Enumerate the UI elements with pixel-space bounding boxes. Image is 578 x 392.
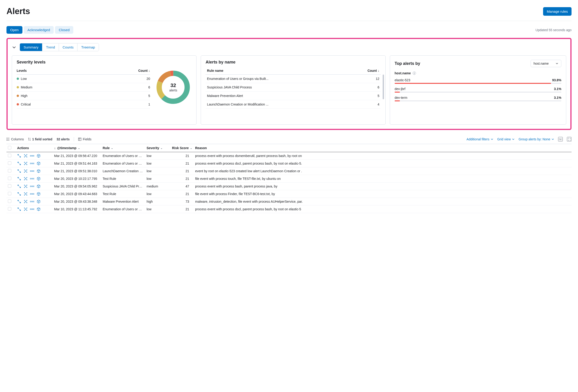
keyboard-icon[interactable] <box>558 137 563 142</box>
analyze-icon[interactable] <box>24 199 28 204</box>
table-row[interactable]: Mar 20, 2023 @ 09:54:05.962 Suspicious J… <box>6 183 572 190</box>
cube-icon[interactable] <box>37 169 41 173</box>
row-checkbox[interactable] <box>8 199 11 203</box>
cell-severity: low <box>145 152 171 160</box>
table-row[interactable]: Mar 21, 2023 @ 09:51:44.163 Enumeration … <box>6 160 572 167</box>
row-checkbox[interactable] <box>8 192 11 195</box>
severity-dot-icon <box>17 103 19 106</box>
top-alert-row[interactable]: dev-jbrf3.1% <box>395 87 561 93</box>
col-timestamp[interactable]: ↓@timestamp⌄ <box>53 144 101 152</box>
top-alerts-field-select[interactable]: host.name <box>530 60 561 67</box>
fullscreen-icon[interactable] <box>567 137 572 142</box>
rule-name-row[interactable]: LaunchDaemon Creation or Modification ..… <box>205 100 381 109</box>
group-by-button[interactable]: Group alerts by: None <box>519 137 554 141</box>
fields-button[interactable]: Fields <box>78 137 91 141</box>
select-all-checkbox[interactable] <box>8 146 11 149</box>
row-checkbox[interactable] <box>8 184 11 188</box>
view-tab-treemap[interactable]: Treemap <box>77 43 98 51</box>
row-checkbox[interactable] <box>8 177 11 180</box>
expand-icon[interactable] <box>17 199 21 204</box>
grid-view-button[interactable]: Grid view <box>497 137 514 141</box>
rule-count-header[interactable]: Count ↓ <box>367 69 379 73</box>
row-actions <box>17 154 51 158</box>
tab-acknowledged[interactable]: Acknowledged <box>24 26 54 34</box>
alert-count: 32 alerts <box>56 137 70 141</box>
tab-open[interactable]: Open <box>6 26 22 34</box>
cell-reason: process event with process dscl, parent … <box>194 160 572 167</box>
scrollbar[interactable] <box>383 75 384 99</box>
analyze-icon[interactable] <box>24 154 28 158</box>
sort-down-icon: ↓ <box>378 69 379 73</box>
rule-name-row[interactable]: Suspicious JAVA Child Process6 <box>205 83 381 92</box>
top-alerts-title: Top alerts by <box>395 61 420 66</box>
cube-icon[interactable] <box>37 154 41 158</box>
cube-icon[interactable] <box>37 184 41 188</box>
analyze-icon[interactable] <box>24 184 28 188</box>
col-actions: Actions <box>16 144 53 152</box>
session-icon[interactable] <box>30 161 34 165</box>
cube-icon[interactable] <box>37 199 41 204</box>
session-icon[interactable] <box>30 169 34 173</box>
cube-icon[interactable] <box>37 161 41 165</box>
cube-icon[interactable] <box>37 207 41 211</box>
row-checkbox[interactable] <box>8 207 11 211</box>
cell-severity: high <box>145 198 171 205</box>
expand-icon[interactable] <box>17 192 21 196</box>
session-icon[interactable] <box>30 154 34 158</box>
cell-rule: LaunchDaemon Creation or... <box>101 167 145 175</box>
analyze-icon[interactable] <box>24 169 28 173</box>
cube-icon[interactable] <box>37 177 41 181</box>
row-checkbox[interactable] <box>8 161 11 165</box>
table-row[interactable]: Mar 20, 2023 @ 10:22:17.795 Test Rule lo… <box>6 175 572 183</box>
session-icon[interactable] <box>30 177 34 181</box>
cube-icon[interactable] <box>37 192 41 196</box>
session-icon[interactable] <box>30 184 34 188</box>
sort-button[interactable]: 1 field sorted <box>28 137 52 141</box>
expand-icon[interactable] <box>17 154 21 158</box>
rule-name-row[interactable]: Malware Prevention Alert5 <box>205 92 381 100</box>
analyze-icon[interactable] <box>24 161 28 165</box>
row-checkbox[interactable] <box>8 154 11 157</box>
additional-filters-button[interactable]: Additional filters <box>467 137 493 141</box>
rule-name-row[interactable]: Enumeration of Users or Groups via Built… <box>205 75 381 83</box>
table-row[interactable]: Mar 20, 2023 @ 09:43:38.348 Malware Prev… <box>6 198 572 205</box>
session-icon[interactable] <box>30 207 34 211</box>
expand-icon[interactable] <box>17 161 21 165</box>
view-tab-summary[interactable]: Summary <box>20 43 42 51</box>
columns-button[interactable]: Columns <box>6 137 24 141</box>
cell-severity: low <box>145 175 171 183</box>
count-header[interactable]: Count ↓ <box>138 69 150 73</box>
col-severity[interactable]: Severity⌄ <box>145 144 171 152</box>
expand-icon[interactable] <box>17 169 21 173</box>
analyze-icon[interactable] <box>24 207 28 211</box>
manage-rules-button[interactable]: Manage rules <box>543 7 572 16</box>
table-row[interactable]: Mar 21, 2023 @ 09:56:47.220 Enumeration … <box>6 152 572 160</box>
info-icon[interactable]: i <box>413 72 416 75</box>
expand-icon[interactable] <box>17 177 21 181</box>
expand-icon[interactable] <box>17 184 21 188</box>
col-risk[interactable]: Risk Score⌄ <box>171 144 194 152</box>
svg-point-7 <box>6 138 7 138</box>
table-row[interactable]: Mar 10, 2023 @ 11:13:45.792 Enumeration … <box>6 205 572 213</box>
expand-icon[interactable] <box>17 207 21 211</box>
severity-dot-icon <box>17 78 19 80</box>
analyze-icon[interactable] <box>24 192 28 196</box>
session-icon[interactable] <box>30 192 34 196</box>
svg-rect-80 <box>32 209 33 210</box>
view-tab-trend[interactable]: Trend <box>42 43 59 51</box>
table-row[interactable]: Mar 20, 2023 @ 09:43:44.683 Test Rule lo… <box>6 190 572 198</box>
svg-rect-63 <box>30 194 31 194</box>
collapse-chevron-icon[interactable] <box>12 45 16 50</box>
top-alert-row[interactable]: elastic-52393.8% <box>395 78 561 84</box>
analyze-icon[interactable] <box>24 177 28 181</box>
tab-closed[interactable]: Closed <box>55 26 73 34</box>
cell-risk: 21 <box>171 167 194 175</box>
table-row[interactable]: Mar 21, 2023 @ 09:51:38.010 LaunchDaemon… <box>6 167 572 175</box>
severity-donut-chart: 32 alerts <box>155 69 192 106</box>
view-tab-counts[interactable]: Counts <box>59 43 77 51</box>
top-alert-row[interactable]: dev-term3.1% <box>395 96 561 101</box>
svg-rect-73 <box>33 201 34 202</box>
session-icon[interactable] <box>30 199 34 204</box>
col-rule[interactable]: Rule⌄ <box>101 144 145 152</box>
row-checkbox[interactable] <box>8 169 11 172</box>
